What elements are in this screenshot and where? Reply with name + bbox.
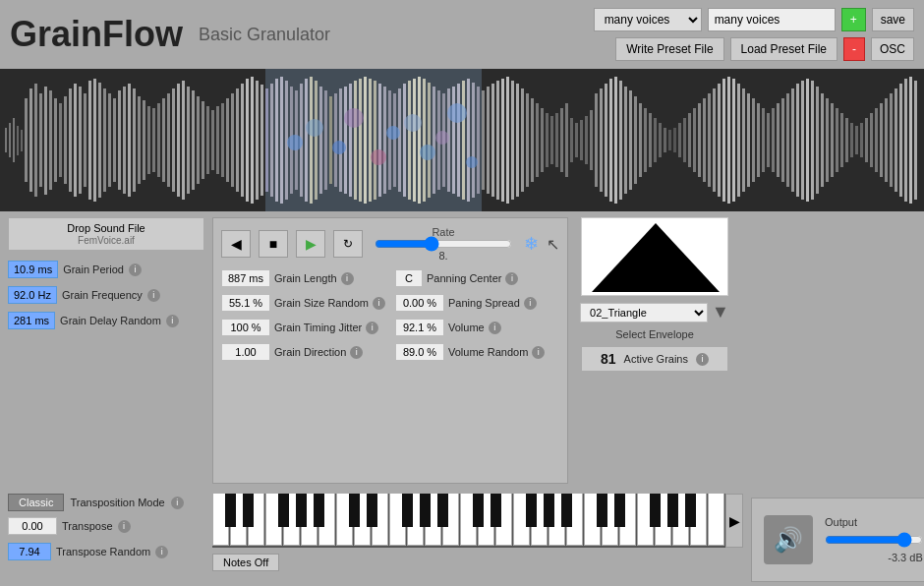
black-key[interactable] <box>278 494 289 527</box>
black-key[interactable] <box>225 494 236 527</box>
svg-rect-135 <box>654 118 657 162</box>
black-key[interactable] <box>243 494 254 527</box>
grain-period-info[interactable]: i <box>129 264 142 276</box>
header-top-row: many voices + save <box>594 8 914 31</box>
osc-button[interactable]: OSC <box>871 37 914 61</box>
svg-rect-47 <box>226 98 229 182</box>
svg-rect-88 <box>423 79 426 202</box>
piano-keys[interactable] <box>212 494 725 548</box>
black-key[interactable] <box>491 494 501 527</box>
black-key[interactable] <box>650 494 661 527</box>
black-key[interactable] <box>473 494 484 527</box>
waveform-container[interactable]: // This will be rendered as static SVG s… <box>0 69 924 211</box>
add-preset-button[interactable]: + <box>841 8 866 31</box>
cursor-icon[interactable]: ↖ <box>547 235 559 254</box>
grain-freq-row: 92.0 Hz Grain Frequency i <box>8 284 204 306</box>
output-volume-slider[interactable] <box>825 532 923 548</box>
svg-rect-66 <box>315 81 318 200</box>
preset-dropdown[interactable]: many voices <box>594 8 702 31</box>
col-transport: ◀ ■ ▶ ↻ Rate 8. ❄ ↖ 887 ms Grain Length … <box>212 217 568 484</box>
grain-delay-value[interactable]: 281 ms <box>8 312 55 329</box>
play-button[interactable]: ▶ <box>296 230 325 258</box>
grain-timing-value[interactable]: 100 % <box>221 319 270 336</box>
grain-size-rand-value[interactable]: 55.1 % <box>221 294 270 312</box>
grain-direction-info[interactable]: i <box>350 346 363 359</box>
piano-section: ▶ Notes Off <box>212 494 743 571</box>
panning-center-value[interactable]: C <box>395 269 423 287</box>
svg-rect-74 <box>354 81 357 200</box>
volume-info[interactable]: i <box>489 322 501 334</box>
grain-period-value[interactable]: 10.9 ms <box>8 261 58 278</box>
volume-rand-info[interactable]: i <box>532 346 545 359</box>
transposition-mode-info[interactable]: i <box>171 497 184 509</box>
load-preset-button[interactable]: Load Preset File <box>730 37 837 61</box>
black-key[interactable] <box>437 494 448 527</box>
active-grains-info[interactable]: i <box>696 353 709 366</box>
volume-label: Volume <box>448 322 485 333</box>
panning-spread-value[interactable]: 0.00 % <box>395 294 444 312</box>
loop-button[interactable]: ↻ <box>333 230 363 258</box>
grain-timing-info[interactable]: i <box>366 322 378 334</box>
header: GrainFlow Basic Granulator many voices +… <box>0 0 924 69</box>
notes-off-button[interactable]: Notes Off <box>212 554 279 571</box>
svg-rect-79 <box>378 84 381 197</box>
black-key[interactable] <box>420 494 431 527</box>
transpose-rand-value[interactable]: 7.94 <box>8 543 51 560</box>
svg-rect-176 <box>855 126 858 154</box>
grain-length-info[interactable]: i <box>341 272 354 285</box>
black-key[interactable] <box>614 494 625 527</box>
transpose-info[interactable]: i <box>118 520 131 533</box>
svg-rect-31 <box>147 106 150 174</box>
piano-scroll-right[interactable]: ▶ <box>725 494 743 548</box>
panning-center-info[interactable]: i <box>505 272 518 285</box>
drop-sound-file[interactable]: Drop Sound File FemVoice.aif <box>8 217 204 251</box>
grain-direction-value[interactable]: 1.00 <box>221 343 270 361</box>
black-key[interactable] <box>597 494 607 527</box>
speaker-icon[interactable]: 🔊 <box>764 515 813 564</box>
svg-rect-104 <box>501 79 504 202</box>
grain-length-value[interactable]: 887 ms <box>221 269 270 287</box>
grain-delay-info[interactable]: i <box>166 315 179 327</box>
save-button[interactable]: save <box>872 8 914 31</box>
transposition-mode-button[interactable]: Classic <box>8 494 64 511</box>
envelope-select[interactable]: 02_Triangle <box>580 303 708 322</box>
white-key[interactable] <box>708 494 724 546</box>
envelope-arrow[interactable]: ▼ <box>712 302 729 322</box>
panning-spread-info[interactable]: i <box>524 297 537 310</box>
black-key[interactable] <box>544 494 554 527</box>
transposition-mode-row: Classic Transposition Mode i <box>8 494 204 511</box>
minus-button[interactable]: - <box>843 37 865 61</box>
black-key[interactable] <box>667 494 678 527</box>
svg-rect-16 <box>74 84 77 197</box>
stop-button[interactable]: ■ <box>259 230 288 258</box>
grain-size-rand-info[interactable]: i <box>373 297 385 310</box>
transpose-rand-info[interactable]: i <box>155 546 168 558</box>
black-key[interactable] <box>314 494 324 527</box>
grain-freq-info[interactable]: i <box>147 289 160 302</box>
svg-rect-95 <box>457 84 460 197</box>
transpose-value[interactable]: 0.00 <box>8 517 57 535</box>
black-key[interactable] <box>367 494 377 527</box>
svg-point-194 <box>386 126 400 140</box>
svg-point-199 <box>466 156 478 168</box>
black-key[interactable] <box>526 494 537 527</box>
svg-rect-137 <box>664 128 666 152</box>
black-key[interactable] <box>402 494 413 527</box>
svg-rect-42 <box>202 101 204 179</box>
output-controls: Output △ -3.3 dB <box>825 516 924 563</box>
grain-freq-value[interactable]: 92.0 Hz <box>8 286 57 304</box>
preset-input[interactable] <box>708 8 836 31</box>
svg-rect-113 <box>546 113 549 167</box>
freeze-icon[interactable]: ❄ <box>524 233 539 255</box>
black-key[interactable] <box>349 494 360 527</box>
svg-rect-106 <box>511 81 514 200</box>
volume-value[interactable]: 92.1 % <box>395 319 444 336</box>
black-key[interactable] <box>685 494 696 527</box>
rate-slider[interactable] <box>375 240 512 248</box>
rewind-button[interactable]: ◀ <box>221 230 251 258</box>
volume-rand-value[interactable]: 89.0 % <box>395 343 444 361</box>
write-preset-button[interactable]: Write Preset File <box>615 37 723 61</box>
black-key[interactable] <box>561 494 572 527</box>
black-key[interactable] <box>296 494 307 527</box>
svg-rect-166 <box>806 79 809 202</box>
